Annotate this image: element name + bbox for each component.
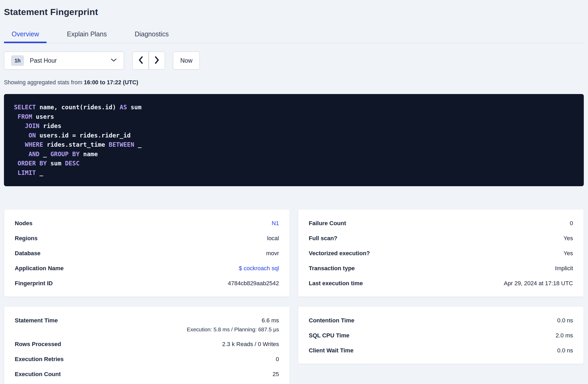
stat-row: Fingerprint ID 4784cb829aab2542: [15, 276, 279, 291]
row-value-wrap: 2.0 ms: [556, 332, 573, 339]
row-label: Nodes: [15, 220, 32, 227]
row-value-wrap: local: [267, 235, 279, 242]
row-label: Rows Processed: [15, 341, 61, 348]
aggregated-stats-line: Showing aggregated stats from 16:00 to 1…: [4, 79, 584, 86]
row-value: Apr 29, 2024 at 17:18 UTC: [504, 280, 573, 287]
previous-time-button[interactable]: [132, 52, 149, 70]
row-value: 0.0 ns: [557, 347, 573, 354]
row-value[interactable]: $ cockroach sql: [239, 265, 279, 272]
row-value-wrap: Implicit: [555, 265, 573, 272]
aggregated-stats-prefix: Showing aggregated stats from: [4, 79, 84, 86]
row-value: Yes: [564, 250, 573, 257]
row-value: 6.6 ms: [262, 317, 279, 324]
row-label: Regions: [15, 235, 38, 242]
stat-row: Transaction type Implicit: [309, 261, 573, 276]
sql-line: FROM users: [14, 112, 574, 122]
row-value-wrap: Yes: [564, 235, 573, 242]
stat-row: Failure Count 0: [309, 216, 573, 231]
statement-fingerprint-page: Statement Fingerprint Overview Explain P…: [0, 0, 588, 384]
tab-diagnostics[interactable]: Diagnostics: [127, 29, 176, 43]
row-value: local: [267, 235, 279, 242]
chevron-right-icon: [155, 56, 159, 65]
row-value: Implicit: [555, 265, 573, 272]
time-picker-row: 1h Past Hour Now: [4, 52, 584, 70]
execution-attributes-card: Failure Count 0 Full scan? Yes Vectorize…: [298, 209, 584, 297]
stat-row: Application Name $ cockroach sql: [15, 261, 279, 276]
sql-line: WHERE rides.start_time BETWEEN _: [14, 140, 574, 150]
stat-row: Regions local: [15, 231, 279, 246]
time-range-dropdown[interactable]: 1h Past Hour: [4, 52, 124, 70]
row-value-wrap: Apr 29, 2024 at 17:18 UTC: [504, 280, 573, 287]
time-range-label: Past Hour: [30, 57, 111, 64]
tab-bar: Overview Explain Plans Diagnostics: [4, 29, 584, 43]
page-title: Statement Fingerprint: [4, 0, 584, 17]
row-label: Client Wait Time: [309, 347, 353, 354]
row-value-wrap: 25: [273, 371, 279, 378]
sql-line: ON users.id = rides.rider_id: [14, 131, 574, 140]
row-value-wrap: 0: [570, 220, 573, 227]
stat-row: Vectorized execution? Yes: [309, 246, 573, 261]
sql-line: LIMIT _: [14, 168, 574, 178]
statement-details-card: Nodes N1 Regions local Database movr App…: [4, 209, 290, 297]
row-label: Transaction type: [309, 265, 355, 272]
summary-cards-grid: Nodes N1 Regions local Database movr App…: [4, 209, 584, 384]
stat-row: Client Wait Time 0.0 ns: [309, 343, 573, 358]
row-value: 2.3 k Reads / 0 Writes: [222, 341, 279, 348]
sql-line: JOIN rides: [14, 121, 574, 131]
stat-row: Rows Processed 2.3 k Reads / 0 Writes: [15, 337, 279, 352]
chevron-down-icon: [111, 58, 117, 63]
row-value[interactable]: N1: [272, 220, 279, 227]
sql-line: AND _ GROUP BY name: [14, 150, 574, 159]
statement-times-card: Statement Time 6.6 ms Execution: 5.8 ms …: [4, 306, 290, 384]
row-value: 4784cb829aab2542: [228, 280, 279, 287]
row-value-wrap: 0: [276, 356, 279, 363]
row-value-wrap: 6.6 ms Execution: 5.8 ms / Planning: 687…: [187, 317, 279, 333]
row-value-wrap: $ cockroach sql: [239, 265, 279, 272]
row-label: Database: [15, 250, 41, 257]
stat-row: Last execution time Apr 29, 2024 at 17:1…: [309, 276, 573, 291]
time-nav-buttons: [132, 52, 165, 70]
stat-row: Full scan? Yes: [309, 231, 573, 246]
time-range-badge: 1h: [11, 55, 24, 66]
row-label: Failure Count: [309, 220, 346, 227]
row-label: Contention Time: [309, 317, 354, 324]
tab-overview[interactable]: Overview: [4, 29, 47, 43]
row-label: Execution Count: [15, 371, 61, 378]
now-button[interactable]: Now: [173, 52, 200, 70]
row-value-wrap: 2.3 k Reads / 0 Writes: [222, 341, 279, 348]
row-value-wrap: movr: [266, 250, 279, 257]
stat-row: Execution Retries 0: [15, 352, 279, 367]
stat-row: Execution Count 25: [15, 367, 279, 382]
stat-row: Database movr: [15, 246, 279, 261]
chevron-left-icon: [138, 56, 143, 65]
row-value-wrap: 4784cb829aab2542: [228, 280, 279, 287]
row-label: Application Name: [15, 265, 64, 272]
stat-row: SQL CPU Time 2.0 ms: [309, 328, 573, 343]
row-value-wrap: Yes: [564, 250, 573, 257]
row-value-wrap: N1: [272, 220, 279, 227]
row-subvalue: Execution: 5.8 ms / Planning: 687.5 µs: [187, 326, 279, 333]
row-value: movr: [266, 250, 279, 257]
row-label: Statement Time: [15, 317, 58, 324]
row-label: Vectorized execution?: [309, 250, 370, 257]
sql-statement-box: SELECT name, count(rides.id) AS sum FROM…: [4, 94, 584, 186]
row-value: 0.0 ns: [557, 317, 573, 324]
tab-explain-plans[interactable]: Explain Plans: [59, 29, 114, 43]
next-time-button[interactable]: [149, 52, 165, 70]
contention-times-card: Contention Time 0.0 ns SQL CPU Time 2.0 …: [298, 306, 584, 364]
row-label: Last execution time: [309, 280, 363, 287]
row-label: Execution Retries: [15, 356, 64, 363]
row-value-wrap: 0.0 ns: [557, 317, 573, 324]
stat-row: Statement Time 6.6 ms Execution: 5.8 ms …: [15, 313, 279, 337]
sql-line: ORDER BY sum DESC: [14, 159, 574, 168]
stat-row: Contention Time 0.0 ns: [309, 313, 573, 328]
row-label: SQL CPU Time: [309, 332, 349, 339]
row-value: 0: [276, 356, 279, 363]
row-value-wrap: 0.0 ns: [557, 347, 573, 354]
row-value: 2.0 ms: [556, 332, 573, 339]
row-value: 0: [570, 220, 573, 227]
row-label: Fingerprint ID: [15, 280, 53, 287]
stat-row: Nodes N1: [15, 216, 279, 231]
row-value: Yes: [564, 235, 573, 242]
sql-line: SELECT name, count(rides.id) AS sum: [14, 103, 574, 112]
